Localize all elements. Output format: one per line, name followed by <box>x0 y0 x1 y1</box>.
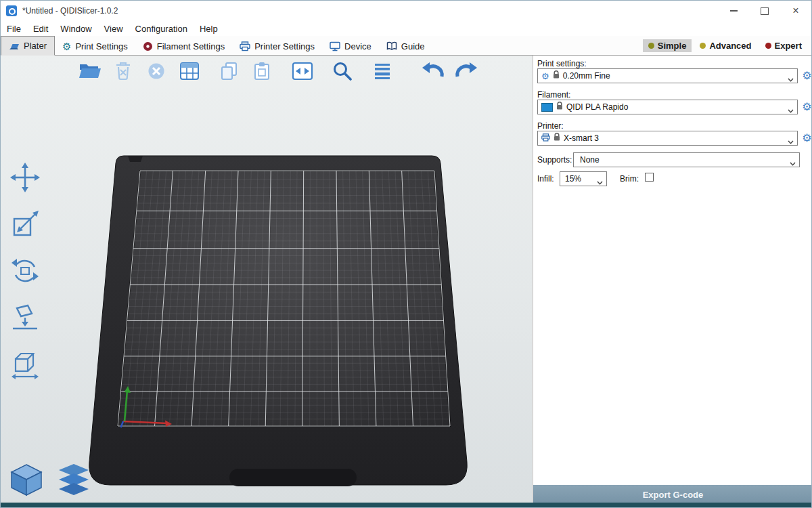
menu-bar: File Edit Window View Configuration Help <box>1 21 811 36</box>
menu-configuration[interactable]: Configuration <box>129 24 194 34</box>
copy-button[interactable] <box>216 58 243 84</box>
print-settings-value: 0.20mm Fine <box>563 71 610 81</box>
minimize-button[interactable] <box>718 1 749 21</box>
gear-icon: ⚙ <box>802 70 811 81</box>
filament-color-swatch <box>541 103 553 112</box>
menu-file[interactable]: File <box>1 24 27 34</box>
advanced-mode-dot-icon <box>700 43 706 49</box>
chevron-down-icon <box>788 137 794 146</box>
move-button[interactable] <box>6 158 44 196</box>
maximize-button[interactable] <box>749 1 780 21</box>
supports-value: None <box>580 155 600 165</box>
menu-help[interactable]: Help <box>194 24 224 34</box>
supports-label: Supports: <box>537 155 572 165</box>
tab-printer-settings[interactable]: Printer Settings <box>232 37 322 55</box>
place-on-face-icon <box>9 301 41 334</box>
mode-simple[interactable]: Simple <box>643 39 692 52</box>
place-on-face-button[interactable] <box>6 299 44 337</box>
tab-bar: Plater ⚙ Print Settings Filament Setting… <box>1 36 811 56</box>
chevron-down-icon <box>790 158 796 168</box>
chevron-down-icon <box>788 75 794 84</box>
monitor-icon <box>330 41 340 51</box>
brim-label: Brim: <box>620 174 639 184</box>
copy-icon <box>217 60 242 82</box>
view-mode-buttons <box>7 461 93 499</box>
edit-printer-button[interactable]: ⚙ <box>801 132 812 144</box>
split-button[interactable] <box>289 58 316 84</box>
window-title: *Untitled - QIDISlicer-1.0.2 <box>22 6 118 16</box>
tab-filament-settings[interactable]: Filament Settings <box>135 37 232 55</box>
close-button[interactable]: × <box>780 1 811 21</box>
lock-icon <box>553 70 560 81</box>
size-button[interactable] <box>6 345 44 383</box>
printer-combo[interactable]: X-smart 3 <box>537 131 798 146</box>
object-manipulation-toolbar <box>6 158 44 383</box>
split-arrows-icon <box>290 60 315 82</box>
edit-print-settings-button[interactable]: ⚙ <box>801 70 812 81</box>
bed-handle <box>229 469 357 486</box>
menu-edit[interactable]: Edit <box>27 24 54 34</box>
tab-print-settings[interactable]: ⚙ Print Settings <box>55 37 135 55</box>
gear-icon: ⚙ <box>802 101 811 112</box>
printer-value: X-smart 3 <box>564 133 599 143</box>
tab-label: Device <box>344 41 371 51</box>
lock-icon <box>554 133 560 144</box>
brim-checkbox[interactable] <box>645 173 654 182</box>
settings-sidebar: Print settings: ⚙ 0.20mm Fine ⚙ Filament… <box>533 56 812 504</box>
layers-lines-icon <box>369 60 395 82</box>
tab-label: Filament Settings <box>157 41 225 51</box>
delete-button[interactable] <box>110 58 137 84</box>
print-settings-label: Print settings: <box>537 59 587 68</box>
printer-icon <box>541 133 550 144</box>
mode-advanced[interactable]: Advanced <box>694 39 757 52</box>
search-icon <box>330 60 355 82</box>
redo-button[interactable] <box>453 58 480 84</box>
chevron-down-icon <box>597 177 603 187</box>
undo-arrow-icon <box>420 60 447 82</box>
viewport-3d[interactable] <box>1 56 532 504</box>
preview-view-button[interactable] <box>55 461 93 499</box>
print-bed-scene[interactable] <box>1 56 532 504</box>
undo-button[interactable] <box>420 58 447 84</box>
lock-icon <box>556 102 563 112</box>
expert-mode-dot-icon <box>765 43 771 49</box>
tab-label: Guide <box>401 41 425 51</box>
redo-arrow-icon <box>453 60 480 82</box>
3d-editor-view-button[interactable] <box>7 461 45 499</box>
edit-filament-button[interactable]: ⚙ <box>801 101 812 112</box>
book-icon <box>386 41 397 51</box>
arrange-button[interactable] <box>176 58 203 84</box>
supports-combo[interactable]: None <box>573 152 800 167</box>
open-file-button[interactable] <box>76 58 104 84</box>
delete-all-button[interactable] <box>143 58 170 84</box>
menu-view[interactable]: View <box>98 24 129 34</box>
viewport-toolbar <box>76 58 480 84</box>
filament-value: QIDI PLA Rapido <box>566 102 628 112</box>
mode-selector: Simple Advanced Expert <box>643 36 811 55</box>
filament-spool-icon <box>143 41 153 51</box>
cube-size-icon <box>9 348 41 381</box>
plater-icon <box>9 41 20 51</box>
search-button[interactable] <box>329 58 356 84</box>
title-bar: *Untitled - QIDISlicer-1.0.2 × <box>1 1 811 21</box>
tab-device[interactable]: Device <box>322 37 379 55</box>
mode-expert[interactable]: Expert <box>760 39 807 52</box>
filament-combo[interactable]: QIDI PLA Rapido <box>537 100 798 114</box>
app-logo-icon <box>6 5 17 16</box>
rotate-button[interactable] <box>6 252 44 290</box>
infill-combo[interactable]: 15% <box>560 171 607 186</box>
export-gcode-button[interactable]: Export G-code <box>533 485 812 504</box>
menu-window[interactable]: Window <box>54 24 97 34</box>
print-settings-combo[interactable]: ⚙ 0.20mm Fine <box>537 68 798 83</box>
scale-button[interactable] <box>6 205 44 243</box>
tab-plater[interactable]: Plater <box>1 36 55 56</box>
variable-layer-height-button[interactable] <box>369 58 396 84</box>
paste-button[interactable] <box>249 58 276 84</box>
mode-label: Expert <box>775 41 802 51</box>
printer-icon <box>240 41 250 51</box>
circle-x-icon <box>143 60 169 82</box>
gear-icon: ⚙ <box>541 72 549 81</box>
mode-label: Advanced <box>709 41 751 51</box>
tab-guide[interactable]: Guide <box>379 37 432 55</box>
scale-icon <box>9 208 41 240</box>
